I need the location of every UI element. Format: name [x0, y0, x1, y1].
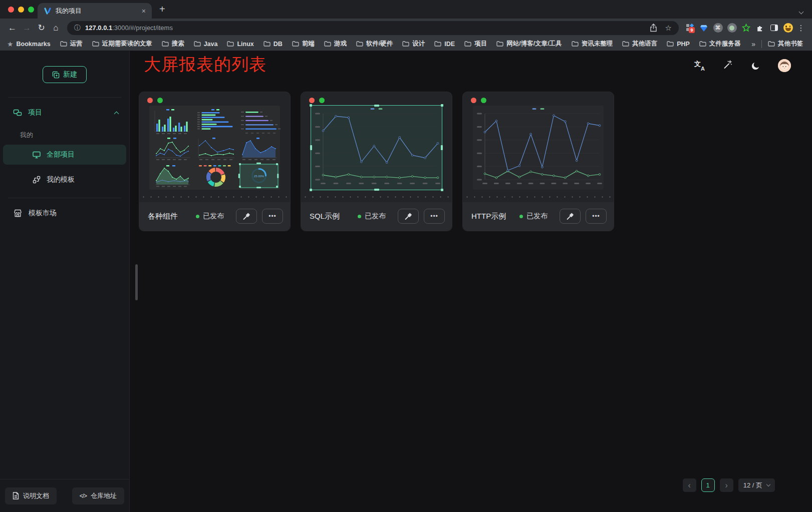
browser-menu-icon[interactable]: ⋮ [795, 24, 807, 33]
bookmark-folder[interactable]: 项目 [464, 40, 487, 48]
extensions-puzzle-icon[interactable] [753, 21, 767, 35]
project-preview[interactable]: 25.00% [149, 106, 280, 190]
project-card: 25.00% 各种组件 已发布 ••• [139, 92, 291, 231]
bookmark-folder[interactable]: 文件服务器 [699, 40, 741, 48]
bookmark-folder[interactable]: IDE [434, 40, 455, 48]
edit-project-button[interactable] [398, 209, 419, 224]
sidebar-item-my-templates[interactable]: 我的模板 [3, 170, 126, 190]
browser-window: 我的项目 × + ← → ↻ ⌂ ⓘ 127.0.0.1:3000/#/proj… [0, 0, 812, 512]
more-actions-button[interactable]: ••• [586, 209, 607, 224]
more-actions-button[interactable]: ••• [262, 209, 283, 224]
close-window-button[interactable] [8, 7, 14, 13]
next-page-button[interactable]: › [720, 478, 733, 492]
card-status: 已发布 [196, 212, 224, 221]
side-panel-icon[interactable] [767, 21, 781, 35]
address-bar[interactable]: ⓘ 127.0.0.1:3000/#/project/items ☆ [67, 21, 679, 35]
hammer-icon [566, 212, 574, 220]
project-preview-selected[interactable] [311, 106, 442, 190]
mini-charts-thumbnail: 25.00% [149, 106, 281, 190]
bookmark-folder[interactable]: 网站/博客/文章/工具 [496, 40, 562, 48]
sidebar-section-project[interactable]: 项目 [0, 102, 129, 124]
sidebar-footer: 说明文档 </> 仓库地址 [0, 479, 129, 512]
new-project-button[interactable]: 新建 [43, 66, 87, 83]
extension-gem-icon[interactable] [697, 21, 711, 35]
browser-tab[interactable]: 我的项目 × [38, 3, 152, 19]
bookmark-folder[interactable]: 搜索 [162, 40, 184, 48]
bookmark-star-icon[interactable]: ☆ [665, 24, 672, 33]
project-preview[interactable] [473, 106, 604, 190]
card-dotted-row [304, 190, 449, 202]
forward-button[interactable]: → [20, 23, 34, 33]
minimize-window-button[interactable] [18, 7, 24, 13]
user-avatar[interactable] [778, 59, 791, 72]
project-card: SQL示例 已发布 ••• [301, 92, 452, 231]
template-blocks-icon [32, 175, 41, 184]
bookmark-folder[interactable]: 设计 [402, 40, 425, 48]
copy-plus-icon [52, 71, 60, 79]
prev-page-button[interactable]: ‹ [683, 478, 696, 492]
bookmark-folder[interactable]: Linux [227, 40, 253, 48]
new-tab-button[interactable]: + [159, 4, 165, 15]
bookmark-folder[interactable]: 软件/硬件 [356, 40, 393, 48]
project-cards: 25.00% 各种组件 已发布 ••• [139, 92, 614, 231]
monitor-icon [32, 150, 41, 159]
more-actions-button[interactable]: ••• [424, 209, 445, 224]
content-scrollbar-thumb[interactable] [135, 264, 138, 300]
status-dot [519, 215, 523, 218]
bookmarks-star-icon: ★ [7, 40, 14, 48]
back-button[interactable]: ← [5, 23, 20, 33]
document-icon [13, 492, 19, 499]
sidebar: 新建 项目 我的 全部项目 [0, 51, 130, 512]
card-dotted-row [142, 190, 287, 202]
pagination: ‹ 1 › 12 / 页 [683, 478, 775, 492]
other-bookmarks-folder[interactable]: 其他书签 [768, 40, 803, 48]
bookmark-folder[interactable]: 其他语言 [622, 40, 657, 48]
card-status: 已发布 [519, 212, 548, 221]
sidebar-item-template-market[interactable]: 模板市场 [0, 202, 129, 224]
sidebar-divider [8, 97, 121, 98]
sidebar-item-all-projects[interactable]: 全部项目 [3, 145, 126, 165]
card-dotted-row [466, 190, 611, 202]
edit-project-button[interactable] [560, 209, 581, 224]
home-button[interactable]: ⌂ [49, 23, 63, 33]
repo-button[interactable]: </> 仓库地址 [72, 487, 124, 504]
share-icon[interactable] [650, 24, 657, 32]
bookmarks-root-folder[interactable]: ★ Bookmarks [7, 40, 51, 48]
extension-command-icon[interactable]: ⌘ [711, 21, 725, 35]
card-title: 各种组件 [148, 212, 178, 221]
bookmarks-divider [761, 40, 762, 48]
bookmark-folder[interactable]: 资讯未整理 [572, 40, 613, 48]
docs-button[interactable]: 说明文档 [5, 487, 57, 504]
bookmarks-overflow-icon[interactable]: » [751, 40, 755, 48]
extension-green-star-icon[interactable] [739, 21, 753, 35]
bookmark-folder[interactable]: 运营 [60, 40, 83, 48]
extension-grid-icon[interactable]: 9 [683, 21, 697, 35]
tab-close-icon[interactable]: × [142, 7, 146, 15]
site-info-icon[interactable]: ⓘ [74, 24, 81, 33]
store-icon [13, 209, 23, 218]
extension-emoji-icon[interactable] [781, 21, 795, 35]
card-footer: 各种组件 已发布 ••• [139, 202, 290, 231]
line-chart-thumbnail [311, 106, 443, 190]
bookmark-folder[interactable]: DB [263, 40, 283, 48]
edit-project-button[interactable] [236, 209, 257, 224]
card-footer: SQL示例 已发布 ••• [301, 202, 452, 231]
bookmark-folder[interactable]: Java [194, 40, 218, 48]
screens-icon [13, 108, 22, 117]
extension-record-icon[interactable] [725, 21, 739, 35]
bookmark-folder[interactable]: 前端 [292, 40, 315, 48]
page-size-select[interactable]: 12 / 页 [738, 478, 775, 492]
chevron-down-icon [766, 482, 770, 486]
language-translate-icon[interactable]: 文A [694, 61, 704, 71]
bookmark-folder[interactable]: 游戏 [324, 40, 347, 48]
extension-badge: 9 [689, 27, 694, 33]
magic-wand-icon[interactable] [723, 60, 733, 72]
zoom-window-button[interactable] [28, 7, 34, 13]
tab-search-chevron-icon[interactable] [799, 7, 803, 16]
bookmark-folder[interactable]: 近期需要读的文章 [92, 40, 152, 48]
sidebar-group-label: 我的 [0, 131, 129, 140]
current-page-button[interactable]: 1 [701, 478, 715, 492]
bookmark-folder[interactable]: PHP [667, 40, 690, 48]
reload-button[interactable]: ↻ [34, 23, 49, 33]
dark-mode-moon-icon[interactable] [751, 62, 759, 70]
